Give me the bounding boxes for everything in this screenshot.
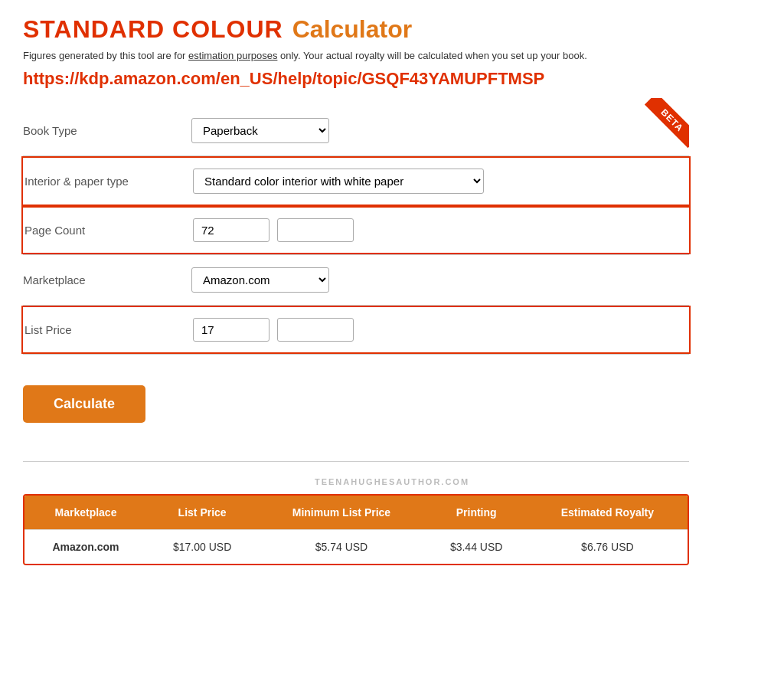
list-price-row-wrapper: List Price	[21, 306, 691, 354]
subtitle-text: Figures generated by this tool are for e…	[23, 50, 761, 61]
list-price-input[interactable]	[193, 318, 270, 342]
book-type-row: Book Type Paperback Hardcover	[23, 106, 689, 156]
results-header-row: Marketplace List Price Minimum List Pric…	[24, 496, 688, 530]
calculate-row: Calculate	[23, 355, 689, 453]
marketplace-control: Amazon.com Amazon.co.uk Amazon.de Amazon…	[191, 267, 689, 293]
estimation-link[interactable]: estimation purposes	[188, 50, 277, 61]
result-list-price: $17.00 USD	[147, 530, 257, 565]
page-count-label: Page Count	[24, 224, 193, 237]
col-min-list-price: Minimum List Price	[257, 496, 425, 530]
col-estimated-royalty: Estimated Royalty	[528, 496, 688, 530]
result-min-list-price: $5.74 USD	[257, 530, 425, 565]
interior-control: Standard color interior with white paper…	[193, 169, 688, 194]
book-type-control: Paperback Hardcover	[191, 118, 689, 143]
list-price-row: List Price	[23, 307, 689, 352]
page-count-secondary-input[interactable]	[277, 218, 354, 242]
list-price-secondary-input[interactable]	[277, 318, 354, 342]
title-calculator: Calculator	[292, 15, 412, 44]
result-printing: $3.44 USD	[426, 530, 528, 565]
watermark: TEENAHUGHESAUTHOR.COM	[23, 477, 761, 486]
interior-label: Interior & paper type	[24, 175, 193, 188]
page-count-row-wrapper: Page Count	[21, 206, 691, 254]
result-marketplace: Amazon.com	[24, 530, 147, 565]
results-table-header: Marketplace List Price Minimum List Pric…	[24, 496, 688, 530]
results-table-body: Amazon.com $17.00 USD $5.74 USD $3.44 US…	[24, 530, 688, 565]
page-count-input[interactable]	[193, 218, 270, 242]
col-printing: Printing	[426, 496, 528, 530]
calculate-button[interactable]: Calculate	[23, 385, 145, 423]
marketplace-select[interactable]: Amazon.com Amazon.co.uk Amazon.de Amazon…	[191, 267, 329, 293]
results-table-wrapper: Marketplace List Price Minimum List Pric…	[23, 494, 689, 565]
book-type-select[interactable]: Paperback Hardcover	[191, 118, 329, 143]
page-count-control	[193, 218, 688, 242]
list-price-control	[193, 318, 688, 342]
col-list-price: List Price	[147, 496, 257, 530]
results-table: Marketplace List Price Minimum List Pric…	[24, 496, 688, 564]
interior-select[interactable]: Standard color interior with white paper…	[193, 169, 484, 194]
list-price-label: List Price	[24, 323, 193, 336]
page-count-row: Page Count	[23, 208, 689, 253]
col-marketplace: Marketplace	[24, 496, 147, 530]
divider	[23, 461, 689, 462]
marketplace-row: Marketplace Amazon.com Amazon.co.uk Amaz…	[23, 255, 689, 306]
beta-label: BETA	[645, 98, 689, 148]
book-type-label: Book Type	[23, 124, 191, 137]
table-row: Amazon.com $17.00 USD $5.74 USD $3.44 US…	[24, 530, 688, 565]
result-estimated-royalty: $6.76 USD	[528, 530, 688, 565]
kdp-link[interactable]: https://kdp.amazon.com/en_US/help/topic/…	[23, 69, 761, 89]
title-standard: STANDARD COLOUR	[23, 15, 283, 44]
interior-row: Interior & paper type Standard color int…	[21, 156, 691, 206]
form-container: BETA Book Type Paperback Hardcover Inter…	[23, 106, 689, 462]
beta-ribbon: BETA	[628, 98, 689, 159]
marketplace-label: Marketplace	[23, 273, 191, 286]
